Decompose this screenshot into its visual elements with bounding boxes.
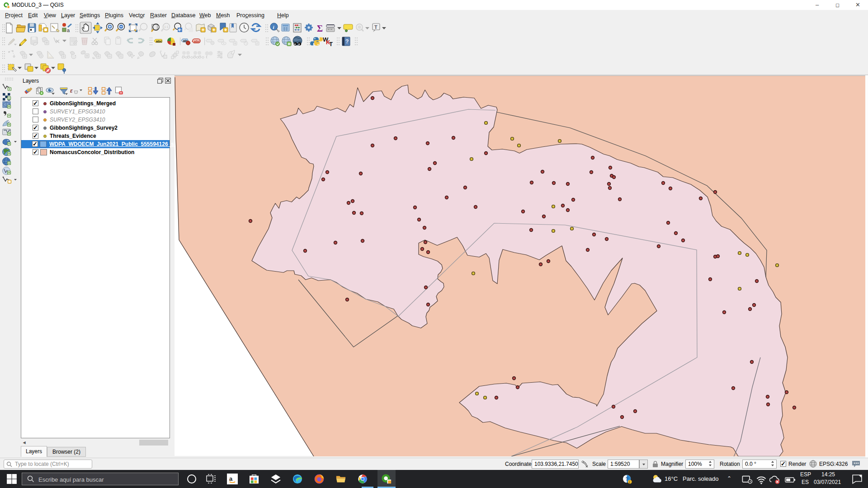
svg-text:a: a [67,28,70,33]
svg-text:Σ: Σ [317,23,323,33]
svg-text:1:1: 1:1 [164,25,169,28]
svg-text:T: T [374,24,377,30]
svg-text:?: ? [345,38,349,45]
svg-text:?: ? [625,476,628,482]
svg-text:R: R [288,42,291,46]
svg-text:abc: abc [194,39,200,43]
svg-text:abc: abc [156,39,162,43]
svg-text:ε: ε [70,87,73,94]
svg-text:a: a [229,475,233,482]
svg-text:i: i [629,480,630,484]
svg-text:T: T [329,41,333,47]
